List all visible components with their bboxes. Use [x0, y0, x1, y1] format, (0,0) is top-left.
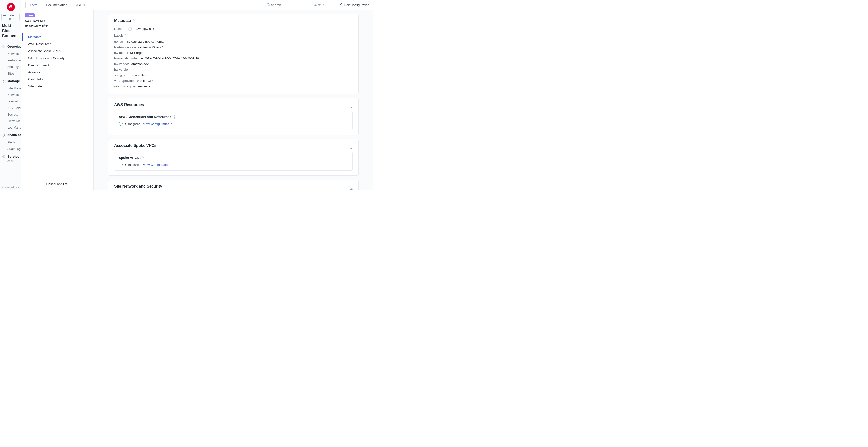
label-row: hw-vendoramazon-ec2: [114, 61, 353, 67]
label-key: domain: [114, 40, 125, 43]
nav-item-security-overview[interactable]: Security: [0, 64, 21, 70]
select-service-dropdown[interactable]: Select se: [1, 13, 20, 21]
label-value: amazon-ec2: [131, 62, 149, 66]
svg-rect-3: [4, 47, 5, 48]
label-key: hw-version: [114, 68, 129, 71]
name-value: aws-tgw-site: [136, 27, 154, 31]
label-row: hw-version: [114, 67, 353, 72]
nav-item-audit-logs[interactable]: Audit Log: [0, 146, 21, 152]
label-value: ec207ad7-9fab-c900-c074-a436af40dc46: [141, 57, 199, 60]
product-title: Multi-Clou Connect: [0, 23, 21, 42]
view-mode-tabs: Form Documentation JSON: [25, 2, 89, 8]
nav-section-service[interactable]: Service: [0, 152, 21, 161]
manage-icon: [2, 79, 5, 83]
search-box[interactable]: ✕: [265, 2, 327, 8]
info-icon[interactable]: i: [173, 115, 176, 119]
advanced-nav-toggle[interactable]: Advanced nav o: [0, 184, 21, 190]
info-icon[interactable]: i: [128, 27, 132, 31]
anchor-metadata[interactable]: Metadata: [22, 33, 92, 40]
main-content[interactable]: Metadata i Name: i aws-tgw-site Labels i: [93, 10, 373, 190]
svg-rect-1: [4, 45, 5, 46]
label-key: hw-serial-number: [114, 57, 138, 60]
svg-point-4: [3, 80, 4, 82]
card-aws-resources: AWS Resources AWS Credentials and Resour…: [108, 98, 359, 135]
grid-icon: [3, 15, 6, 19]
info-icon[interactable]: i: [125, 34, 128, 37]
nav-section-notifications[interactable]: Notificat: [0, 131, 21, 139]
pencil-icon: [340, 3, 343, 7]
card-metadata: Metadata i Name: i aws-tgw-site Labels i: [108, 14, 359, 94]
label-key: host-os-version: [114, 45, 136, 49]
collapse-icon[interactable]: [350, 185, 353, 188]
f5-logo[interactable]: f5: [6, 3, 15, 11]
collapse-icon[interactable]: [350, 103, 353, 107]
label-key: hw-vendor: [114, 62, 129, 66]
view-configuration-link[interactable]: View Configuration: [143, 122, 173, 126]
anchor-aws-resources[interactable]: AWS Resources: [22, 40, 92, 47]
anchor-direct-connect[interactable]: Direct Connect: [22, 62, 92, 69]
spoke-vpcs-title: Associate Spoke VPCs: [114, 143, 156, 148]
label-row: ves.io/siteTypeves-io-ce: [114, 83, 353, 89]
label-value: us-east-2.compute.internal: [127, 40, 164, 43]
svg-point-6: [267, 3, 269, 5]
search-clear-icon[interactable]: ✕: [322, 2, 325, 7]
nav-item-performance[interactable]: Performan: [0, 57, 21, 64]
label-row: site-groupgroup-sites: [114, 72, 353, 78]
label-row: domainus-east-2.compute.internal: [114, 39, 353, 44]
nav-item-sites[interactable]: Sites: [0, 70, 21, 77]
nav-item-alerts[interactable]: Alerts: [0, 139, 21, 146]
nav-item-nfv-services[interactable]: NFV Serv: [0, 105, 21, 111]
anchor-associate-spoke-vpcs[interactable]: Associate Spoke VPCs: [22, 47, 92, 55]
collapse-icon[interactable]: [350, 144, 353, 147]
nav-item-site-management[interactable]: Site Mana: [0, 85, 21, 92]
anchor-cloud-info[interactable]: Cloud Info: [22, 76, 92, 83]
site-network-title: Site Network and Security: [114, 184, 162, 188]
label-value: group-sites: [131, 73, 146, 77]
label-row: host-os-versioncentos-7-2009-27: [114, 44, 353, 50]
anchor-site-state[interactable]: Site State: [22, 83, 92, 90]
search-next-icon[interactable]: [318, 2, 321, 7]
label-key: site-group: [114, 73, 128, 77]
label-row: hw-serial-numberec207ad7-9fab-c900-c074-…: [114, 56, 353, 61]
label-key: hw-model: [114, 51, 128, 55]
object-name: aws-tgw-site: [25, 23, 90, 28]
spoke-vpcs-subtitle: Spoke VPCs: [119, 156, 139, 160]
aws-credentials-subtitle: AWS Credentials and Resources: [119, 115, 171, 119]
nav-item-firewall[interactable]: Firewall: [0, 98, 21, 105]
nav-item-networking-overview[interactable]: Networkin: [0, 50, 21, 57]
tab-json[interactable]: JSON: [72, 2, 89, 8]
anchor-site-network-security[interactable]: Site Network and Security: [22, 55, 92, 62]
label-value: ves-io-ce: [137, 84, 150, 88]
nav-section-manage[interactable]: Manage: [0, 77, 21, 85]
object-type-label: AWS TGW Site: [25, 19, 90, 23]
check-circle-icon: ✓: [119, 163, 123, 167]
label-row: hw-modelt3-xlarge: [114, 50, 353, 56]
cancel-and-exit-button[interactable]: Cancel and Exit: [42, 181, 72, 187]
bell-icon: [2, 133, 5, 137]
info-icon[interactable]: i: [140, 156, 144, 160]
info-icon[interactable]: i: [133, 19, 136, 22]
anchor-advanced[interactable]: Advanced: [22, 69, 92, 76]
tab-form[interactable]: Form: [25, 2, 42, 8]
view-configuration-link[interactable]: View Configuration: [143, 163, 173, 167]
nav-item-log-management[interactable]: Log Mana: [0, 124, 21, 131]
label-row: ves.io/providerves-io-AWS: [114, 78, 353, 83]
nav-item-alerts-management[interactable]: Alerts Ma: [0, 118, 21, 124]
aws-resources-title: AWS Resources: [114, 103, 144, 107]
search-prev-icon[interactable]: [314, 2, 317, 7]
nav-item-secrets[interactable]: Secrets: [0, 111, 21, 118]
nav-item-networking-manage[interactable]: Networkin: [0, 92, 21, 98]
metadata-title: Metadata: [114, 19, 131, 23]
name-key: Name:: [114, 27, 123, 31]
search-input[interactable]: [271, 3, 312, 7]
tab-documentation[interactable]: Documentation: [41, 2, 72, 8]
labels-title: Labels: [114, 34, 123, 37]
select-service-label: Select se: [7, 13, 18, 21]
configured-status: Configured: [125, 122, 141, 126]
card-site-network-security: Site Network and Security: [108, 180, 359, 190]
nav-section-overview[interactable]: Overview: [0, 42, 21, 50]
svg-rect-2: [2, 47, 3, 48]
edit-configuration-button[interactable]: Edit Configuration: [340, 3, 369, 7]
nav-about[interactable]: About: [0, 160, 21, 162]
search-icon: [267, 3, 270, 7]
